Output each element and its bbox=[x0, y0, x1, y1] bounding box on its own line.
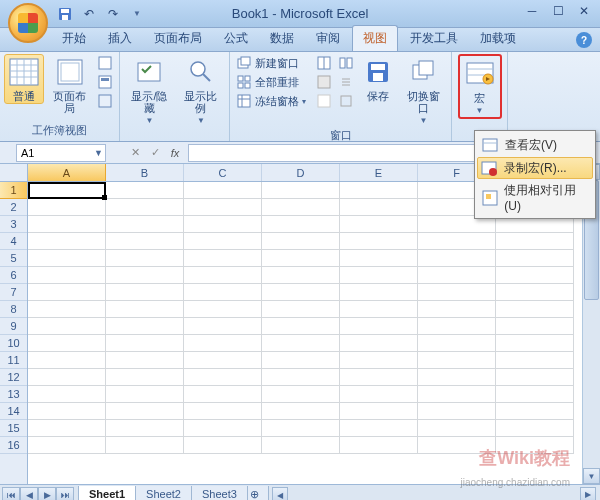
cell[interactable] bbox=[262, 233, 340, 250]
cell[interactable] bbox=[28, 199, 106, 216]
cell[interactable] bbox=[262, 352, 340, 369]
cell[interactable] bbox=[340, 318, 418, 335]
cell[interactable] bbox=[28, 437, 106, 454]
close-button[interactable]: ✕ bbox=[572, 2, 596, 20]
cell[interactable] bbox=[262, 284, 340, 301]
cell[interactable] bbox=[184, 386, 262, 403]
undo-icon[interactable]: ↶ bbox=[80, 5, 98, 23]
cell[interactable] bbox=[184, 301, 262, 318]
cell[interactable] bbox=[28, 318, 106, 335]
cell[interactable] bbox=[418, 437, 496, 454]
cell[interactable] bbox=[28, 386, 106, 403]
cell[interactable] bbox=[262, 182, 340, 199]
col-header-e[interactable]: E bbox=[340, 164, 418, 181]
cell[interactable] bbox=[340, 233, 418, 250]
cell[interactable] bbox=[184, 437, 262, 454]
cell[interactable] bbox=[28, 284, 106, 301]
cell[interactable] bbox=[106, 199, 184, 216]
zoom-button[interactable]: 显示比例 ▼ bbox=[177, 54, 225, 127]
record-macro-item[interactable]: 录制宏(R)... bbox=[477, 157, 593, 179]
cell[interactable] bbox=[106, 335, 184, 352]
new-sheet-button[interactable]: ⊕ bbox=[247, 486, 269, 501]
cell[interactable] bbox=[28, 369, 106, 386]
cell[interactable] bbox=[184, 233, 262, 250]
cancel-icon[interactable]: ✕ bbox=[126, 145, 144, 161]
cell[interactable] bbox=[340, 335, 418, 352]
qat-customize-icon[interactable]: ▼ bbox=[128, 5, 146, 23]
row-header[interactable]: 7 bbox=[0, 284, 27, 301]
cell[interactable] bbox=[496, 318, 574, 335]
row-header[interactable]: 5 bbox=[0, 250, 27, 267]
cell[interactable] bbox=[418, 403, 496, 420]
cell[interactable] bbox=[28, 403, 106, 420]
cell[interactable] bbox=[106, 284, 184, 301]
cell[interactable] bbox=[340, 352, 418, 369]
cell[interactable] bbox=[496, 267, 574, 284]
normal-view-button[interactable]: 普通 bbox=[4, 54, 44, 104]
cell[interactable] bbox=[28, 352, 106, 369]
cell[interactable] bbox=[418, 250, 496, 267]
sheet-tab-3[interactable]: Sheet3 bbox=[191, 486, 248, 501]
sync-scroll-button[interactable] bbox=[336, 73, 356, 91]
row-header[interactable]: 9 bbox=[0, 318, 27, 335]
cell[interactable] bbox=[184, 199, 262, 216]
cell[interactable] bbox=[262, 369, 340, 386]
row-header[interactable]: 11 bbox=[0, 352, 27, 369]
sheet-tab-2[interactable]: Sheet2 bbox=[135, 486, 192, 501]
cell[interactable] bbox=[418, 335, 496, 352]
cell[interactable] bbox=[28, 267, 106, 284]
cell[interactable] bbox=[184, 352, 262, 369]
cell[interactable] bbox=[184, 335, 262, 352]
tab-review[interactable]: 审阅 bbox=[306, 26, 350, 51]
cell[interactable] bbox=[496, 403, 574, 420]
cell[interactable] bbox=[340, 403, 418, 420]
scroll-left-icon[interactable]: ◀ bbox=[272, 487, 288, 500]
cell[interactable] bbox=[28, 335, 106, 352]
row-header[interactable]: 2 bbox=[0, 199, 27, 216]
cell[interactable] bbox=[340, 216, 418, 233]
tab-page-layout[interactable]: 页面布局 bbox=[144, 26, 212, 51]
tab-data[interactable]: 数据 bbox=[260, 26, 304, 51]
save-icon[interactable] bbox=[56, 5, 74, 23]
cell[interactable] bbox=[418, 233, 496, 250]
cell[interactable] bbox=[106, 437, 184, 454]
row-header[interactable]: 12 bbox=[0, 369, 27, 386]
cell[interactable] bbox=[340, 437, 418, 454]
cell[interactable] bbox=[28, 420, 106, 437]
cell[interactable] bbox=[418, 369, 496, 386]
help-icon[interactable]: ? bbox=[576, 32, 592, 48]
cell[interactable] bbox=[28, 233, 106, 250]
tab-developer[interactable]: 开发工具 bbox=[400, 26, 468, 51]
cell[interactable] bbox=[28, 301, 106, 318]
cell[interactable] bbox=[262, 318, 340, 335]
cell[interactable] bbox=[496, 352, 574, 369]
cell[interactable] bbox=[106, 352, 184, 369]
row-header[interactable]: 8 bbox=[0, 301, 27, 318]
name-box[interactable]: A1 ▼ bbox=[16, 144, 106, 162]
cell[interactable] bbox=[496, 301, 574, 318]
next-sheet-icon[interactable]: ▶ bbox=[38, 487, 56, 501]
sheet-tab-1[interactable]: Sheet1 bbox=[78, 486, 136, 501]
freeze-panes-button[interactable]: 冻结窗格 ▾ bbox=[234, 92, 312, 110]
cell[interactable] bbox=[262, 216, 340, 233]
cell[interactable] bbox=[106, 420, 184, 437]
cell[interactable] bbox=[496, 250, 574, 267]
cell[interactable] bbox=[184, 318, 262, 335]
namebox-dropdown-icon[interactable]: ▼ bbox=[94, 148, 103, 158]
cell[interactable] bbox=[262, 386, 340, 403]
row-header[interactable]: 16 bbox=[0, 437, 27, 454]
cell[interactable] bbox=[496, 437, 574, 454]
cell[interactable] bbox=[184, 182, 262, 199]
cell[interactable] bbox=[28, 216, 106, 233]
cell[interactable] bbox=[262, 267, 340, 284]
cell[interactable] bbox=[340, 199, 418, 216]
cell[interactable] bbox=[262, 437, 340, 454]
cell[interactable] bbox=[106, 318, 184, 335]
custom-views-button[interactable] bbox=[95, 73, 115, 91]
col-header-b[interactable]: B bbox=[106, 164, 184, 181]
col-header-c[interactable]: C bbox=[184, 164, 262, 181]
new-window-button[interactable]: 新建窗口 bbox=[234, 54, 312, 72]
redo-icon[interactable]: ↷ bbox=[104, 5, 122, 23]
cell[interactable] bbox=[418, 267, 496, 284]
cell[interactable] bbox=[340, 420, 418, 437]
